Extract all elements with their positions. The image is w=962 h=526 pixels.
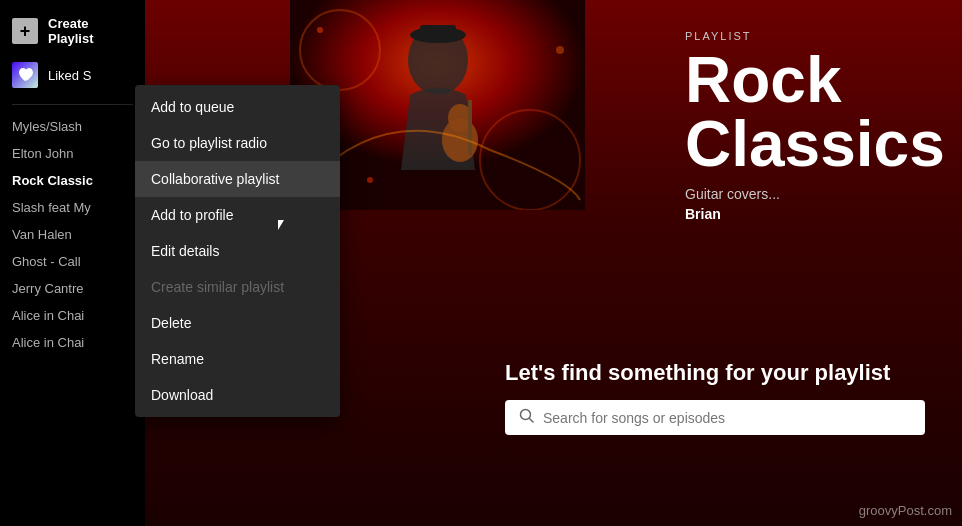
sidebar: + Create Playlist Liked S Myles/Slash El…: [0, 0, 145, 526]
find-title: Let's find something for your playlist: [505, 360, 962, 386]
sidebar-item-2[interactable]: Rock Classic: [0, 167, 145, 194]
playlist-title: Rock Classics: [685, 48, 962, 176]
playlist-header: PLAYLIST Rock Classics Guitar covers... …: [685, 30, 962, 222]
liked-songs-button[interactable]: Liked S: [0, 54, 145, 96]
menu-item-create-similar: Create similar playlist: [135, 269, 340, 305]
watermark: groovyPost.com: [859, 503, 952, 518]
playlist-tag: PLAYLIST: [685, 30, 962, 42]
menu-item-download[interactable]: Download: [135, 377, 340, 413]
sidebar-item-1[interactable]: Elton John: [0, 140, 145, 167]
sidebar-divider: [12, 104, 133, 105]
menu-item-playlist-radio[interactable]: Go to playlist radio: [135, 125, 340, 161]
search-icon: [519, 408, 535, 427]
find-section: Let's find something for your playlist: [505, 360, 962, 435]
menu-item-collaborative[interactable]: Collaborative playlist: [135, 161, 340, 197]
sidebar-item-5[interactable]: Ghost - Call: [0, 248, 145, 275]
sidebar-item-6[interactable]: Jerry Cantre: [0, 275, 145, 302]
search-box[interactable]: [505, 400, 925, 435]
context-menu: Add to queue Go to playlist radio Collab…: [135, 85, 340, 417]
plus-icon: +: [12, 18, 38, 44]
playlist-description: Guitar covers...: [685, 186, 962, 202]
playlist-author: Brian: [685, 206, 962, 222]
svg-rect-6: [468, 100, 472, 155]
sidebar-item-8[interactable]: Alice in Chai: [0, 329, 145, 356]
svg-rect-3: [420, 25, 456, 41]
sidebar-item-0[interactable]: Myles/Slash: [0, 113, 145, 140]
menu-item-edit-details[interactable]: Edit details: [135, 233, 340, 269]
menu-item-rename[interactable]: Rename: [135, 341, 340, 377]
sidebar-item-4[interactable]: Van Halen: [0, 221, 145, 248]
menu-item-delete[interactable]: Delete: [135, 305, 340, 341]
svg-point-11: [367, 177, 373, 183]
heart-icon: [12, 62, 38, 88]
create-playlist-button[interactable]: + Create Playlist: [0, 8, 145, 54]
sidebar-item-3[interactable]: Slash feat My: [0, 194, 145, 221]
sidebar-item-7[interactable]: Alice in Chai: [0, 302, 145, 329]
menu-item-add-to-queue[interactable]: Add to queue: [135, 89, 340, 125]
liked-songs-label: Liked S: [48, 68, 91, 83]
search-input[interactable]: [543, 410, 911, 426]
create-playlist-label: Create Playlist: [48, 16, 133, 46]
svg-line-13: [530, 419, 534, 423]
menu-item-add-profile[interactable]: Add to profile: [135, 197, 340, 233]
svg-point-9: [317, 27, 323, 33]
svg-point-10: [556, 46, 564, 54]
